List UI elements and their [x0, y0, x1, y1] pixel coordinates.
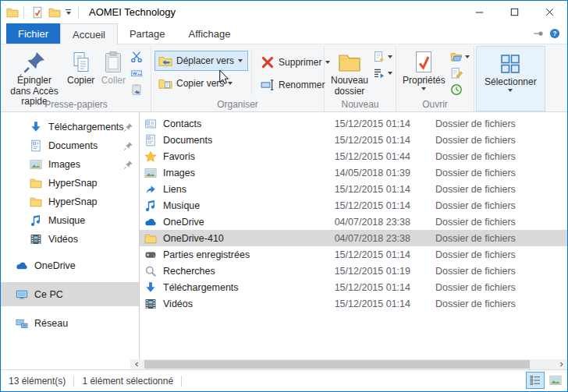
thumbnails-view-button[interactable]	[546, 372, 565, 389]
close-button[interactable]	[532, 1, 567, 23]
easy-access-button[interactable]	[371, 66, 394, 80]
group-new: Nouveau dossier Nouveau	[325, 46, 396, 111]
close-icon	[544, 6, 556, 18]
sidebar-item-label: Vidéos	[48, 234, 78, 245]
hscroll-thumb[interactable]	[144, 360, 530, 369]
tab-accueil[interactable]: Accueil	[60, 23, 118, 44]
paste-button[interactable]: Coller	[98, 47, 129, 88]
copy-button[interactable]: Copier	[64, 47, 98, 88]
sidebar-item-musique[interactable]: Musique	[1, 211, 139, 230]
status-separator	[73, 376, 74, 387]
folder-icon	[144, 232, 157, 245]
qat-customize-button[interactable]	[66, 9, 71, 15]
sidebar-item-label: Ce PC	[34, 289, 63, 300]
sidebar-item-hypersnap-1[interactable]: HyperSnap	[1, 174, 139, 192]
file-name: OneDrive-410	[163, 233, 224, 244]
file-row-images[interactable]: Images14/05/2018 01:39Dossier de fichier…	[140, 164, 567, 181]
file-row-favoris[interactable]: Favoris15/12/2015 01:44Dossier de fichie…	[140, 148, 567, 164]
file-row-recherches[interactable]: Recherches15/12/2015 01:19Dossier de fic…	[140, 263, 567, 279]
edit-button[interactable]	[449, 66, 471, 80]
delete-x-icon	[261, 55, 275, 69]
file-date: 04/07/2018 23:38	[332, 217, 410, 228]
paste-shortcut-button[interactable]	[129, 83, 144, 97]
file-row-contacts[interactable]: Contacts15/12/2015 01:14Dossier de fichi…	[140, 115, 567, 132]
sidebar-item-ce-pc[interactable]: Ce PC	[1, 282, 139, 306]
file-date: 15/12/2015 01:44	[332, 151, 410, 162]
help-icon[interactable]	[549, 28, 560, 39]
file-row-videos[interactable]: Vidéos15/12/2015 01:14Dossier de fichier…	[140, 295, 567, 312]
cut-button[interactable]	[129, 50, 144, 64]
thumbnails-view-icon	[549, 374, 562, 387]
properties-icon	[411, 50, 436, 75]
move-to-label: Déplacer vers	[176, 55, 234, 66]
hscroll-track[interactable]	[130, 359, 567, 369]
onedrive-icon	[16, 260, 28, 272]
scroll-left-arrow[interactable]	[130, 359, 143, 369]
easy-access-icon	[373, 67, 385, 79]
paste-label: Coller	[101, 76, 126, 87]
new-item-icon	[373, 51, 385, 63]
contacts-icon	[144, 118, 157, 130]
file-row-telechargements[interactable]: Téléchargements15/12/2015 01:14Dossier d…	[140, 279, 567, 295]
file-row-onedrive-410[interactable]: OneDrive-41004/07/2018 23:38Dossier de f…	[140, 230, 567, 246]
tab-affichage[interactable]: Affichage	[176, 23, 242, 44]
properties-button[interactable]: Propriétés	[399, 47, 449, 92]
file-type: Dossier de fichiers	[410, 118, 516, 129]
sidebar-item-label: Réseau	[34, 318, 68, 329]
new-item-button[interactable]	[371, 50, 394, 64]
sidebar-item-label: Musique	[48, 215, 85, 226]
file-row-onedrive[interactable]: OneDrive04/07/2018 23:38Dossier de fichi…	[140, 214, 567, 230]
select-button[interactable]: Sélectionner	[481, 48, 540, 94]
view-buttons	[526, 372, 565, 389]
minimize-button[interactable]	[462, 1, 497, 23]
sidebar-item-hypersnap-2[interactable]: HyperSnap	[1, 192, 139, 211]
qat-separator	[78, 6, 79, 19]
scroll-right-arrow[interactable]	[555, 359, 567, 369]
maximize-button[interactable]	[497, 1, 532, 23]
file-date: 15/12/2015 01:14	[332, 118, 410, 129]
pin-ribbon-icon[interactable]	[533, 28, 544, 39]
copy-to-button[interactable]: Copier vers	[154, 73, 248, 94]
sidebar-item-label: HyperSnap	[48, 196, 98, 207]
copy-icon	[69, 50, 94, 75]
video-icon	[144, 298, 157, 310]
tab-fichier[interactable]: Fichier	[6, 23, 60, 44]
copy-path-button[interactable]	[129, 66, 144, 80]
image-icon	[30, 158, 42, 171]
file-row-liens[interactable]: Liens15/12/2015 01:14Dossier de fichiers	[140, 181, 567, 197]
new-folder-button[interactable]: Nouveau dossier	[328, 47, 371, 98]
file-date: 15/12/2015 01:19	[332, 266, 410, 277]
file-row-documents[interactable]: Documents15/12/2015 01:14Dossier de fich…	[140, 132, 567, 148]
status-separator	[181, 376, 182, 387]
sidebar-item-onedrive[interactable]: OneDrive	[1, 253, 139, 277]
sidebar-item-telechargements[interactable]: Téléchargements	[1, 118, 139, 136]
sidebar-item-reseau[interactable]: Réseau	[1, 311, 139, 335]
file-row-parties-enregistrees[interactable]: Parties enregistrées15/12/2015 01:14Doss…	[140, 246, 567, 263]
move-to-button[interactable]: Déplacer vers	[154, 51, 248, 71]
mouse-cursor	[218, 69, 231, 87]
file-name: Contacts	[163, 118, 201, 129]
file-date: 15/12/2015 01:14	[332, 135, 410, 146]
sidebar-item-documents[interactable]: Documents	[1, 136, 139, 155]
file-row-musique[interactable]: Musique15/12/2015 01:14Dossier de fichie…	[140, 197, 567, 214]
history-button[interactable]	[449, 83, 471, 97]
navigation-pane: Téléchargements Documents Images HyperSn…	[1, 112, 140, 359]
file-type: Dossier de fichiers	[410, 168, 516, 178]
sidebar-item-label: Téléchargements	[48, 122, 124, 132]
qat-properties-button[interactable]	[29, 5, 46, 19]
sidebar-item-images[interactable]: Images	[1, 155, 139, 174]
file-name: Recherches	[163, 266, 215, 277]
sidebar-item-videos[interactable]: Vidéos	[1, 230, 139, 249]
group-label-clipboard: Presse-papiers	[2, 99, 151, 110]
music-icon	[30, 214, 42, 227]
window-controls	[462, 1, 567, 23]
content-area: Téléchargements Documents Images HyperSn…	[1, 112, 567, 359]
sidebar-item-label: OneDrive	[34, 260, 76, 271]
chevron-down-icon	[238, 59, 243, 62]
file-name: Musique	[163, 200, 200, 211]
qat-new-folder-button[interactable]	[46, 5, 63, 19]
open-button[interactable]	[449, 50, 471, 64]
pin-icon	[123, 122, 133, 132]
details-view-button[interactable]	[526, 372, 545, 389]
tab-partage[interactable]: Partage	[118, 23, 177, 44]
